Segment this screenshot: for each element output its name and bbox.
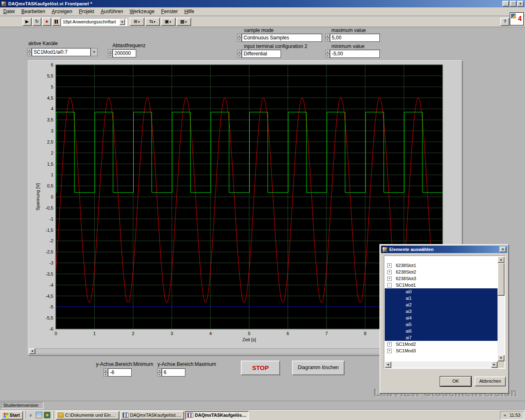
expander-icon[interactable]: + [387,263,392,268]
input-terminal-value[interactable]: Differential [242,50,281,58]
spinner-icon[interactable]: ▲▼ [325,34,330,42]
tree-item-6238Slot1[interactable]: +6238Slot1 [385,262,498,269]
minimum-value-value[interactable]: -5,00 [330,50,380,58]
abtastfrequenz-value[interactable]: 200000 [112,49,136,57]
vi-badge-number: 4 [518,15,522,23]
abort-button-icon[interactable]: ● [42,18,51,26]
tree-item-ai4[interactable]: ai4 [385,315,498,321]
expander-icon[interactable]: + [387,342,392,347]
taskbar-button[interactable]: DAQmxTASKaufgelöst.vi... [121,411,184,420]
sample-mode-control[interactable]: ▲▼ Continuous Samples [237,34,322,42]
expander-icon[interactable]: + [387,270,392,274]
spinner-icon[interactable]: ▲▼ [157,368,162,377]
expander-icon[interactable]: + [387,276,392,281]
y-min-value[interactable]: -6 [108,368,132,377]
tree-item-6238Slot2[interactable]: +6238Slot2 [385,269,498,275]
start-button[interactable]: Start [1,411,23,420]
svg-text:4: 4 [209,331,212,336]
align-objects-button[interactable]: ⊞▼ [130,18,144,26]
maximum-value-control[interactable]: ▲▼ 5,00 [325,34,380,42]
tree-item-ai1[interactable]: ai1 [385,295,498,301]
vertical-scrollbar[interactable]: ▲ ▼ [498,256,504,361]
ok-button[interactable]: OK [440,377,471,386]
menu-item-projekt[interactable]: Projekt [75,7,97,16]
svg-text:2: 2 [51,151,53,155]
tree-item-ai5[interactable]: ai5 [385,321,498,328]
window-title: DAQmxTASKaufgelöst.vi Frontpanel * [8,1,92,6]
minimum-value-control[interactable]: ▲▼ -5,00 [325,50,380,58]
run-button-icon[interactable]: ▶ [23,18,32,26]
run-continuous-button-icon[interactable]: ↻ [32,18,41,26]
close-button[interactable]: × [517,1,524,7]
minimize-button[interactable]: _ [502,1,509,7]
tray-chevron-button[interactable]: « [504,413,506,418]
menu-item-bearbeiten[interactable]: Bearbeiten [18,7,48,16]
clear-diagram-button[interactable]: Diagramm löschen [292,361,345,375]
menu-item-anzeigen[interactable]: Anzeigen [48,7,75,16]
sample-mode-value[interactable]: Continuous Samples [242,34,322,42]
taskbar-button[interactable]: DAQmxTASKaufgelöst.vi... [185,411,249,420]
maximize-button[interactable]: □ [510,1,516,7]
y-max-control[interactable]: ▲▼ 6 [157,368,185,377]
menu-item-datei[interactable]: Datei [0,7,18,16]
chevron-down-icon[interactable]: ▼ [119,19,125,25]
labview-window: DAQmxTASKaufgelöst.vi Frontpanel * _ □ ×… [0,0,525,420]
reorder-objects-button[interactable]: ▩▼ [176,18,191,26]
scroll-down-icon[interactable]: ▼ [498,355,504,361]
expander-icon[interactable]: - [387,283,392,288]
scroll-left-icon[interactable]: ◄ [385,361,391,368]
menu-item-werkzeuge[interactable]: Werkzeuge [126,7,158,16]
tree-item-6238Slot3[interactable]: +6238Slot3 [385,275,498,282]
y-min-control[interactable]: ▲▼ -6 [103,368,132,377]
pause-button-icon[interactable]: ▌▌ [52,18,61,26]
expander-icon[interactable]: + [387,349,392,353]
aktive-kanaele-value[interactable]: SC1Mod1/ai0:7 [32,48,91,56]
minimum-value-label: minimum value [331,43,365,49]
tree-item-ai6[interactable]: ai6 [385,328,498,334]
internet-explorer-icon[interactable]: e [27,412,34,418]
tree-item-SC1Mod1[interactable]: -SC1Mod1 [385,282,498,288]
spinner-icon[interactable]: ▲▼ [27,48,32,56]
tree-item-ai0[interactable]: ai0 [385,288,498,295]
menu-item-hilfe[interactable]: Hilfe [181,7,197,16]
tree-item-SC1Mod2[interactable]: +SC1Mod2 [385,341,498,347]
quick-launch: e [27,412,51,418]
scroll-right-icon[interactable]: ► [491,361,498,368]
distribute-objects-button[interactable]: ⇆▼ [145,18,160,26]
spinner-icon[interactable]: ▲▼ [325,50,330,58]
chart-scroll-left-icon[interactable]: ◄ [29,348,35,354]
maximum-value-value[interactable]: 5,00 [330,34,380,42]
tree-item-ai3[interactable]: ai3 [385,308,498,315]
scroll-up-icon[interactable]: ▲ [498,256,504,263]
spinner-icon[interactable]: ▲▼ [237,34,242,42]
menu-item-fenster[interactable]: Fenster [158,7,181,16]
labview-icon [382,247,388,252]
tree-item-ai7[interactable]: ai7 [385,334,498,341]
dialog-titlebar[interactable]: Elemente auswählen × [381,246,507,253]
aktive-kanaele-control[interactable]: ▲▼ SC1Mod1/ai0:7 ▼ [27,48,98,56]
tree-item-SC1Mod3[interactable]: +SC1Mod3 [385,347,498,354]
stop-button[interactable]: STOP [241,361,280,375]
show-desktop-icon[interactable] [36,412,42,418]
input-terminal-control[interactable]: ▲▼ Differential [237,50,281,58]
media-player-icon[interactable] [44,412,50,418]
spinner-icon[interactable]: ▲▼ [237,50,242,58]
spinner-icon[interactable]: ▲▼ [108,49,112,57]
help-button[interactable]: ? [500,18,509,26]
scrollbar-thumb[interactable] [498,263,504,296]
menu-item-ausführen[interactable]: Ausführen [98,7,127,16]
resize-objects-button[interactable]: ▣▼ [161,18,176,26]
window-titlebar[interactable]: DAQmxTASKaufgelöst.vi Frontpanel * _ □ × [0,0,525,7]
dialog-close-button[interactable]: × [500,247,506,252]
abtastfrequenz-control[interactable]: ▲▼ 200000 [108,49,136,57]
horizontal-scrollbar[interactable]: ◄ ► [385,361,498,368]
taskbar-button[interactable]: C:\Dokumente und Einst... [56,411,119,420]
y-max-value[interactable]: 6 [162,368,185,377]
font-selector[interactable]: 18pt Anwendungsschriftart ▼ [61,18,127,26]
tree-item-ai2[interactable]: ai2 [385,301,498,308]
spinner-icon[interactable]: ▲▼ [103,368,108,377]
labview-icon [187,413,193,418]
toolbar: ▶ ↻ ● ▌▌ 18pt Anwendungsschriftart ▼ ⊞▼ … [0,16,525,27]
cancel-button[interactable]: Abbrechen [475,377,506,386]
dropdown-arrow-icon[interactable]: ▼ [91,48,98,56]
